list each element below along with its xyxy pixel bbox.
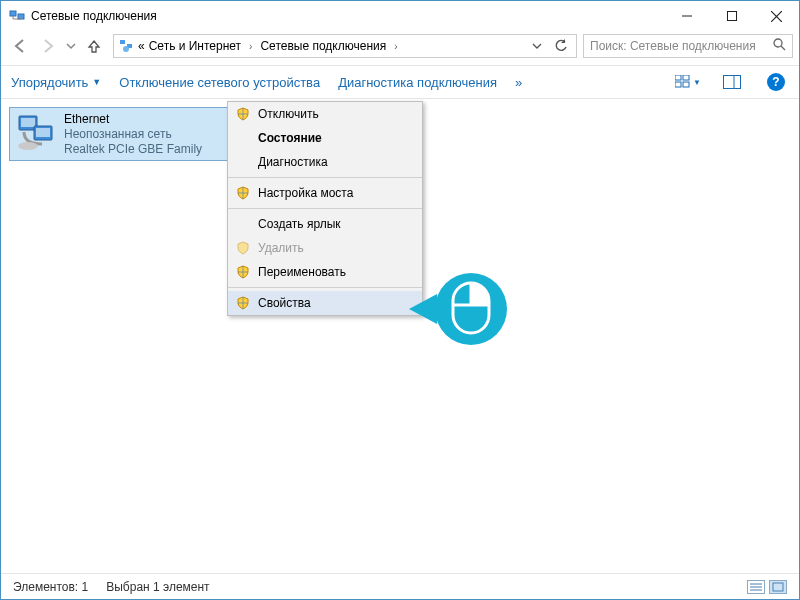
chevron-right-icon[interactable]: › xyxy=(390,41,401,52)
shield-icon xyxy=(236,265,250,279)
disable-device-button[interactable]: Отключение сетевого устройства xyxy=(119,75,320,90)
up-button[interactable] xyxy=(81,33,107,59)
forward-button[interactable] xyxy=(35,33,61,59)
adapter-info: Ethernet Неопознанная сеть Realtek PCIe … xyxy=(64,112,202,156)
more-commands-button[interactable]: » xyxy=(515,75,522,90)
chevron-right-icon[interactable]: › xyxy=(245,41,256,52)
mouse-hint-overlay xyxy=(409,269,519,349)
shield-icon xyxy=(236,107,250,121)
svg-rect-29 xyxy=(773,583,783,591)
menu-item-properties[interactable]: Свойства xyxy=(228,291,422,315)
maximize-button[interactable] xyxy=(709,1,754,31)
window: Сетевые подключения xyxy=(0,0,800,600)
titlebar: Сетевые подключения xyxy=(1,1,799,31)
svg-rect-14 xyxy=(683,82,689,87)
adapter-name: Ethernet xyxy=(64,112,202,127)
svg-rect-11 xyxy=(675,75,681,80)
search-icon xyxy=(773,38,786,54)
menu-separator xyxy=(228,287,422,288)
chevron-down-icon: ▼ xyxy=(693,78,701,87)
svg-point-9 xyxy=(774,39,782,47)
svg-rect-3 xyxy=(727,12,736,21)
menu-item-rename[interactable]: Переименовать xyxy=(228,260,422,284)
back-button[interactable] xyxy=(7,33,33,59)
command-bar: Упорядочить ▼ Отключение сетевого устрой… xyxy=(1,65,799,99)
menu-separator xyxy=(228,208,422,209)
shield-icon xyxy=(236,296,250,310)
search-input[interactable]: Поиск: Сетевые подключения xyxy=(583,34,793,58)
svg-point-22 xyxy=(435,273,507,345)
window-title: Сетевые подключения xyxy=(31,9,664,23)
svg-rect-0 xyxy=(10,11,16,16)
breadcrumb-prefix: « xyxy=(138,39,145,53)
large-icons-view-icon[interactable] xyxy=(769,580,787,594)
menu-item-create-shortcut[interactable]: Создать ярлык xyxy=(228,212,422,236)
status-selection: Выбран 1 элемент xyxy=(106,580,209,594)
address-bar[interactable]: « Сеть и Интернет › Сетевые подключения … xyxy=(113,34,577,58)
svg-rect-12 xyxy=(683,75,689,80)
organize-button[interactable]: Упорядочить ▼ xyxy=(11,75,101,90)
close-button[interactable] xyxy=(754,1,799,31)
menu-item-delete: Удалить xyxy=(228,236,422,260)
view-mode-toggle[interactable] xyxy=(747,580,787,594)
address-dropdown-button[interactable] xyxy=(526,35,548,57)
help-button[interactable]: ? xyxy=(763,69,789,95)
menu-item-bridge[interactable]: Настройка моста xyxy=(228,181,422,205)
svg-rect-20 xyxy=(36,128,50,137)
shield-icon xyxy=(236,186,250,200)
diagnose-connection-button[interactable]: Диагностика подключения xyxy=(338,75,497,90)
svg-rect-15 xyxy=(724,76,741,89)
menu-item-status[interactable]: Состояние xyxy=(228,126,422,150)
network-connections-icon xyxy=(9,8,25,24)
status-item-count: Элементов: 1 xyxy=(13,580,88,594)
ethernet-adapter-icon xyxy=(16,112,58,154)
navigation-bar: « Сеть и Интернет › Сетевые подключения … xyxy=(1,31,799,65)
breadcrumb-segment-1[interactable]: Сеть и Интернет xyxy=(149,39,241,53)
refresh-button[interactable] xyxy=(550,35,572,57)
preview-pane-button[interactable] xyxy=(719,69,745,95)
chevron-down-icon: ▼ xyxy=(92,77,101,87)
svg-line-10 xyxy=(781,46,785,50)
svg-rect-23 xyxy=(453,283,489,333)
details-view-icon[interactable] xyxy=(747,580,765,594)
content-area[interactable]: Ethernet Неопознанная сеть Realtek PCIe … xyxy=(1,99,799,573)
window-controls xyxy=(664,1,799,31)
status-bar: Элементов: 1 Выбран 1 элемент xyxy=(1,573,799,599)
context-menu: Отключить Состояние Диагностика Настройк… xyxy=(227,101,423,316)
minimize-button[interactable] xyxy=(664,1,709,31)
svg-point-8 xyxy=(123,46,129,52)
view-options-button[interactable]: ▼ xyxy=(675,69,701,95)
adapter-device: Realtek PCIe GBE Family xyxy=(64,142,202,156)
network-icon xyxy=(118,37,134,56)
menu-item-disable[interactable]: Отключить xyxy=(228,102,422,126)
shield-icon xyxy=(236,241,250,255)
svg-rect-13 xyxy=(675,82,681,87)
breadcrumb-segment-2[interactable]: Сетевые подключения xyxy=(260,39,386,53)
recent-locations-button[interactable] xyxy=(63,33,79,59)
search-placeholder: Поиск: Сетевые подключения xyxy=(590,39,756,53)
menu-item-diagnose[interactable]: Диагностика xyxy=(228,150,422,174)
svg-rect-18 xyxy=(21,118,35,127)
adapter-status: Неопознанная сеть xyxy=(64,127,202,142)
svg-point-21 xyxy=(18,142,38,150)
menu-separator xyxy=(228,177,422,178)
svg-rect-6 xyxy=(120,40,125,44)
